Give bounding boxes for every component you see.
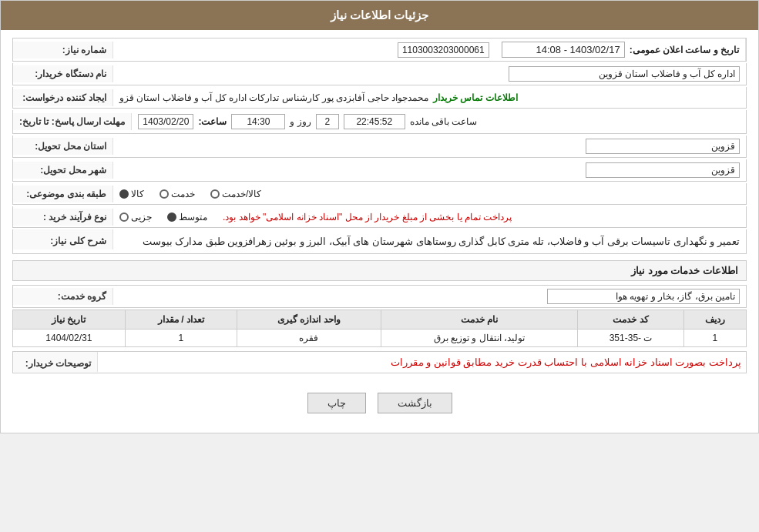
process-motavaset-label: متوسط — [179, 212, 207, 223]
col-row: ردیف — [683, 310, 746, 330]
requester-label: ایجاد کننده درخواست: — [13, 89, 113, 106]
requester-name: محمدجواد حاجی آفابزدی پور کارشناس تدارکا… — [119, 92, 428, 103]
process-label: نوع فرآیند خرید : — [13, 209, 113, 226]
reply-days-box: 2 — [316, 114, 339, 129]
delivery-province-label: استان محل تحویل: — [13, 138, 113, 155]
category-khadamat-label: خدمت — [171, 189, 195, 199]
category-kala-khadamat-radio[interactable] — [210, 189, 220, 199]
process-motavaset-option[interactable]: متوسط — [167, 212, 207, 223]
buyer-notes-value: پرداخت بصورت اسناد خزانه اسلامی با احتسا… — [98, 352, 746, 373]
process-jozvi-label: جزیی — [131, 212, 152, 223]
delivery-city-box: قزوین — [586, 162, 740, 178]
process-motavaset-radio[interactable] — [167, 212, 176, 222]
reply-deadline-label: مهلت ارسال پاسخ: تا تاریخ: — [13, 113, 132, 130]
col-code: کد خدمت — [578, 310, 683, 330]
process-jozvi-radio[interactable] — [119, 212, 129, 222]
service-group-box: تامین برق، گاز، بخار و تهویه هوا — [547, 289, 740, 304]
delivery-province-box: قزوین — [586, 139, 740, 154]
buyer-notes-label: توصیحات خریدار: — [13, 352, 98, 372]
requester-contact-link[interactable]: اطلاعات تماس خریدار — [433, 92, 518, 103]
category-kala-radio[interactable] — [119, 189, 129, 199]
process-note: پرداخت تمام یا بخشی از مبلغ خریدار از مح… — [223, 212, 512, 223]
service-group-value: تامین برق، گاز، بخار و تهویه هوا — [113, 286, 746, 307]
need-number-value: 1103003203000061 — [113, 39, 495, 61]
reply-remain-box: 22:45:52 — [344, 114, 405, 129]
reply-date-box: 1403/02/20 — [138, 114, 193, 129]
buyer-org-box: اداره کل آب و فاضلاب استان قزوین — [509, 66, 740, 82]
col-unit: واحد اندازه گیری — [237, 310, 381, 330]
need-number-label: شماره نیاز: — [13, 42, 113, 59]
print-button[interactable]: چاپ — [307, 393, 366, 413]
category-kala-option[interactable]: کالا — [119, 189, 144, 199]
buyer-org-label: نام دستگاه خریدار: — [13, 65, 113, 82]
requester-value: محمدجواد حاجی آفابزدی پور کارشناس تدارکا… — [113, 89, 746, 106]
col-name: نام خدمت — [381, 310, 578, 330]
category-kala-khadamat-label: کالا/خدمت — [222, 189, 261, 199]
reply-time-box: 14:30 — [231, 114, 285, 129]
process-jozvi-option[interactable]: جزیی — [119, 212, 152, 223]
reply-remain-label: ساعت باقی مانده — [410, 116, 478, 127]
services-section-title: اطلاعات خدمات مورد نیاز — [12, 260, 747, 281]
service-group-label: گروه خدمت: — [13, 288, 113, 305]
back-button[interactable]: بازگشت — [378, 393, 452, 413]
category-label: طبقه بندی موضوعی: — [13, 186, 113, 202]
category-kala-label: کالا — [131, 189, 144, 199]
category-khadamat-option[interactable]: خدمت — [160, 189, 195, 199]
buyer-org-value: اداره کل آب و فاضلاب استان قزوین — [113, 63, 746, 85]
page-header: جزئیات اطلاعات نیاز — [1, 1, 758, 30]
category-kala-khadamat-option[interactable]: کالا/خدمت — [210, 189, 261, 199]
announce-datetime-box: 1403/02/17 - 14:08 — [502, 42, 625, 58]
col-date: تاریخ نیاز — [13, 310, 126, 330]
services-table: ردیف کد خدمت نام خدمت واحد اندازه گیری ت… — [12, 309, 747, 347]
announce-datetime-label: تاریخ و ساعت اعلان عمومی: — [630, 45, 739, 55]
need-desc-value: تعمیر و نگهداری تاسیسات برقی آب و فاضلاب… — [113, 229, 746, 253]
delivery-city-value: قزوین — [113, 159, 746, 181]
need-number-box: 1103003203000061 — [398, 42, 489, 58]
need-desc-label: شرح کلی نیاز: — [13, 229, 113, 249]
category-options: کالا خدمت کالا/خدمت — [113, 186, 746, 202]
table-row: 1ت -35-351تولید، انتقال و توزیع برقفقره1… — [13, 330, 747, 347]
category-khadamat-radio[interactable] — [160, 189, 169, 199]
footer-buttons: بازگشت چاپ — [12, 381, 747, 425]
reply-time-label: ساعت: — [198, 116, 227, 127]
col-qty: تعداد / مقدار — [125, 310, 237, 330]
delivery-city-label: شهر محل تحویل: — [13, 162, 113, 179]
reply-days-label: روز و — [290, 116, 311, 127]
delivery-province-value: قزوین — [113, 136, 746, 157]
